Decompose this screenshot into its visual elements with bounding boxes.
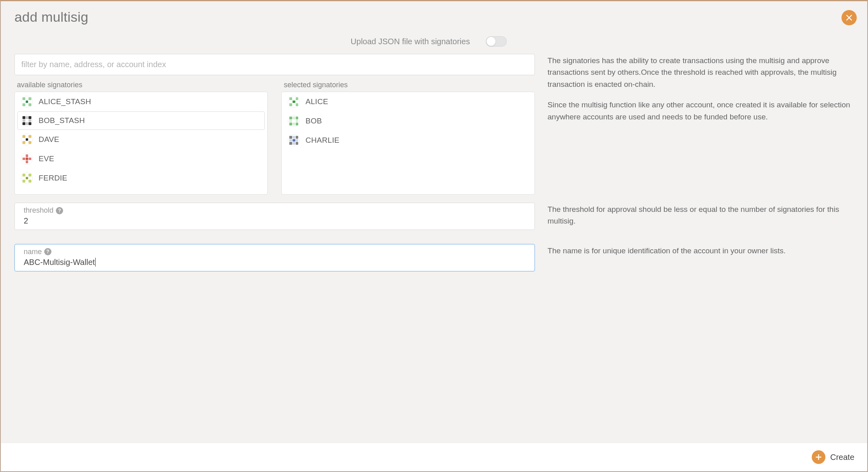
identicon: [21, 115, 33, 127]
name-value: ABC-Multisig-Wallet: [24, 258, 95, 267]
available-signatories-list[interactable]: ALICE_STASHBOB_STASHDAVEEVEFERDIE: [14, 92, 268, 195]
threshold-input[interactable]: [24, 216, 528, 226]
signatory-name: FERDIE: [39, 174, 67, 183]
available-signatories-label: available signatories: [14, 81, 268, 89]
signatory-item[interactable]: DAVE: [15, 130, 267, 149]
signatories-help-2: Since the multisig function like any oth…: [548, 99, 854, 123]
upload-json-toggle[interactable]: [486, 36, 507, 47]
signatory-item[interactable]: ALICE: [282, 92, 534, 111]
identicon: [288, 96, 300, 108]
name-label: name: [24, 248, 42, 256]
close-icon: [846, 15, 852, 21]
modal-title: add multisig: [14, 9, 854, 25]
signatory-name: DAVE: [39, 135, 59, 144]
identicon: [21, 172, 33, 184]
signatories-help-1: The signatories has the ability to creat…: [548, 55, 854, 90]
modal-footer: Create: [1, 443, 867, 471]
create-button-label: Create: [830, 453, 854, 462]
text-caret: [95, 258, 96, 267]
signatory-item[interactable]: ALICE_STASH: [15, 92, 267, 111]
threshold-help: The threshold for approval should be les…: [548, 203, 854, 227]
help-icon[interactable]: ?: [56, 207, 63, 214]
create-button[interactable]: Create: [812, 450, 854, 464]
signatory-name: BOB: [305, 117, 322, 125]
signatory-item[interactable]: BOB_STASH: [17, 111, 265, 130]
signatories-section: available signatories ALICE_STASHBOB_STA…: [14, 54, 854, 195]
selected-signatories-list[interactable]: ALICEBOBCHARLIE: [281, 92, 534, 195]
name-field[interactable]: name ? ABC-Multisig-Wallet: [14, 244, 535, 271]
signatory-name: ALICE_STASH: [39, 97, 91, 106]
identicon: [21, 153, 33, 165]
threshold-label: threshold: [24, 206, 53, 215]
toggle-knob: [487, 37, 495, 46]
identicon: [288, 134, 300, 146]
identicon: [21, 96, 33, 108]
name-section: name ? ABC-Multisig-Wallet The name is f…: [14, 236, 854, 271]
signatory-item[interactable]: FERDIE: [15, 168, 267, 188]
threshold-section: threshold ? The threshold for approval s…: [14, 195, 854, 236]
signatory-name: ALICE: [305, 97, 328, 106]
close-button[interactable]: [841, 10, 857, 25]
signatory-name: BOB_STASH: [39, 116, 85, 125]
name-help: The name is for unique identification of…: [548, 245, 854, 257]
help-icon[interactable]: ?: [44, 248, 51, 255]
signatory-item[interactable]: CHARLIE: [282, 131, 534, 150]
signatory-name: EVE: [39, 154, 54, 163]
threshold-field[interactable]: threshold ?: [14, 203, 535, 230]
selected-signatories-label: selected signatories: [281, 81, 534, 89]
signatory-name: CHARLIE: [305, 136, 339, 145]
upload-json-row: Upload JSON file with signatories: [14, 36, 854, 47]
signatory-item[interactable]: EVE: [15, 149, 267, 168]
plus-icon: [812, 450, 825, 464]
add-multisig-modal: add multisig Upload JSON file with signa…: [1, 1, 867, 443]
signatory-filter-input[interactable]: [14, 54, 535, 75]
identicon: [21, 133, 33, 146]
upload-json-label: Upload JSON file with signatories: [351, 37, 470, 46]
signatory-item[interactable]: BOB: [282, 111, 534, 131]
identicon: [288, 115, 300, 127]
